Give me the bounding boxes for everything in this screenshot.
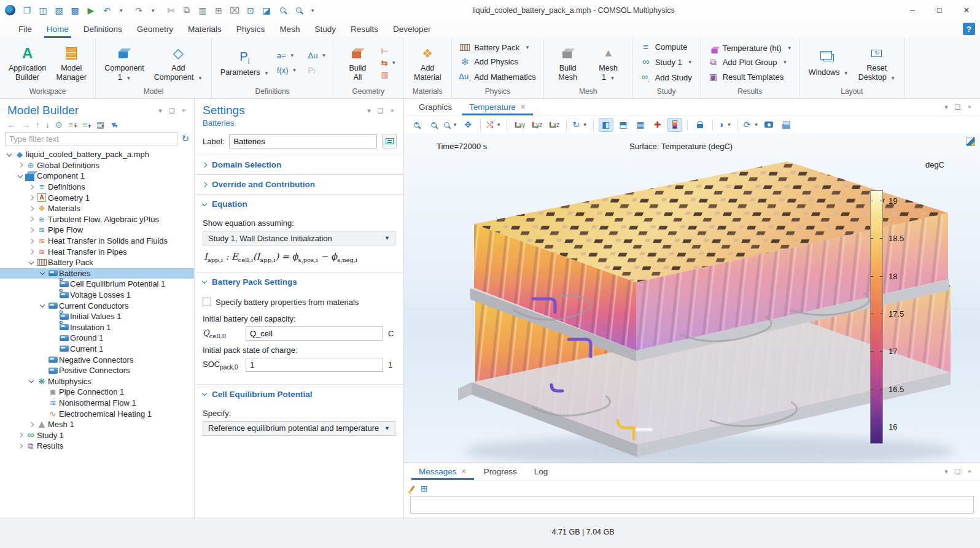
caret-down-button[interactable]: ▾: [115, 3, 130, 18]
ribbon-small-delta-u[interactable]: Δu▼: [306, 50, 329, 61]
menu-tab-file[interactable]: File: [11, 20, 39, 38]
expander-closed[interactable]: [27, 207, 36, 210]
messages-output[interactable]: [410, 496, 974, 514]
expander-closed[interactable]: [16, 163, 25, 167]
ribbon-small-a-eq[interactable]: a=▼: [275, 50, 299, 61]
save-preview-button[interactable]: ▩: [68, 3, 82, 18]
ribbon-button-reset-desktop[interactable]: ↻ResetDesktop ▼: [855, 41, 899, 85]
tree-node-current-1[interactable]: Current 1: [0, 344, 194, 355]
color-legend-button[interactable]: [667, 118, 682, 132]
tree-node-current-conductors[interactable]: Current Conductors: [0, 300, 194, 311]
duplicate-button[interactable]: ⊞: [211, 3, 226, 18]
collapse-list-icon[interactable]: ≡↓▾: [82, 120, 91, 129]
tree-node-definitions[interactable]: ≡Definitions: [0, 182, 194, 193]
graphics-tab-temperature[interactable]: Temperature✕: [461, 99, 534, 115]
new-file-button[interactable]: ❐: [20, 3, 34, 18]
find-button[interactable]: [275, 3, 290, 18]
ribbon-button-component-1[interactable]: Component1 ▼: [101, 41, 148, 85]
view-yz-button[interactable]: yz: [529, 118, 544, 132]
close-button[interactable]: ✕: [953, 1, 980, 20]
expand-list-icon[interactable]: ≡↑▾: [68, 120, 77, 129]
ribbon-button-result-templates[interactable]: ▣Result Templates: [706, 71, 795, 83]
ribbon-button-windows[interactable]: Windows ▼: [805, 45, 852, 80]
grid-button[interactable]: ▦: [633, 118, 648, 132]
expander-closed[interactable]: [27, 228, 36, 232]
environment-button[interactable]: ◑▼: [718, 118, 733, 132]
ribbon-button-temperature-ht-[interactable]: Temperature (ht)▼: [706, 42, 795, 54]
zoom-out-button[interactable]: −: [426, 118, 441, 132]
expander-closed[interactable]: [27, 217, 36, 221]
clear-selection-button[interactable]: ◪: [259, 3, 274, 18]
scene-light-button[interactable]: ⬒: [616, 118, 631, 132]
tree-node-pipe-connection-1[interactable]: ◙Pipe Connection 1: [0, 387, 194, 398]
close-tab-icon[interactable]: ✕: [520, 103, 526, 111]
menu-tab-definitions[interactable]: Definitions: [76, 20, 130, 38]
tree-node-nonisothermal-flow-1[interactable]: ≋Nonisothermal Flow 1: [0, 398, 194, 409]
expander-closed[interactable]: [16, 433, 25, 437]
menu-tab-mesh[interactable]: Mesh: [272, 20, 307, 38]
ribbon-button-mesh-1[interactable]: ▲Mesh1 ▼: [589, 41, 628, 85]
soc-input[interactable]: [246, 358, 383, 372]
messages-tab-messages[interactable]: Messages✕: [410, 463, 475, 480]
ribbon-small-geom-rebuild[interactable]: ⇆▼: [379, 58, 398, 68]
zoom-in-button[interactable]: +: [409, 118, 424, 132]
run-button[interactable]: ▶: [84, 3, 98, 18]
capacity-input[interactable]: [246, 326, 383, 341]
update-plot-button[interactable]: ⟳▼: [743, 118, 760, 132]
arrow-left-icon[interactable]: ←: [7, 120, 16, 129]
transparency-button[interactable]: ◧: [599, 118, 613, 132]
panel-window-icons[interactable]: ▾ ❑ ⌖: [944, 468, 974, 476]
help-button[interactable]: ?: [963, 23, 975, 35]
section-battery-pack-settings[interactable]: Battery Pack Settings: [195, 272, 403, 291]
menu-tab-results[interactable]: Results: [343, 20, 386, 38]
tree-node-insulation-1[interactable]: Insulation 1: [0, 322, 194, 333]
expander-open[interactable]: [38, 272, 47, 274]
select-frame-button[interactable]: ⊡: [243, 3, 258, 18]
tree-node-results[interactable]: ⧉Results: [0, 441, 194, 452]
open-file-button[interactable]: ◫: [36, 3, 50, 18]
undo-button[interactable]: ↶: [99, 3, 114, 18]
print-button[interactable]: [779, 118, 793, 132]
tree-node-heat-transfer-in-solids-and-fluids[interactable]: ≋Heat Transfer in Solids and Fluids: [0, 236, 194, 247]
tree-node-heat-transfer-in-pipes[interactable]: ≋Heat Transfer in Pipes: [0, 246, 194, 257]
expander-open[interactable]: [5, 153, 14, 156]
ribbon-button-add-plot-group[interactable]: ⧉Add Plot Group▼: [706, 56, 795, 69]
menu-tab-geometry[interactable]: Geometry: [130, 20, 181, 38]
rotate-button[interactable]: ↻▼: [572, 118, 588, 132]
equation-assumption-dropdown[interactable]: Study 1, Wall Distance Initialization▼: [203, 231, 395, 245]
panel-window-icons[interactable]: ▾ ❑ ⌖: [158, 107, 188, 115]
plot-settings-icon[interactable]: [966, 137, 975, 146]
menu-tab-study[interactable]: Study: [307, 20, 343, 38]
expander-open[interactable]: [27, 380, 36, 382]
copy-button[interactable]: ⧉: [179, 3, 194, 18]
ribbon-button-add-physics[interactable]: ✻Add Physics: [457, 55, 538, 69]
tree-node-initial-values-1[interactable]: Initial Values 1: [0, 311, 194, 322]
minimize-button[interactable]: –: [899, 1, 926, 20]
tree-node-electrochemical-heating-1[interactable]: ∿Electrochemical Heating 1: [0, 408, 194, 419]
arrow-right-icon[interactable]: →: [21, 120, 30, 129]
ribbon-button-build-all[interactable]: BuildAll: [338, 41, 376, 84]
arrow-down-icon[interactable]: ↓: [45, 120, 50, 129]
paste-button[interactable]: ▥: [195, 3, 210, 18]
ribbon-button-model-manager[interactable]: ModelManager: [52, 41, 90, 84]
expander-closed[interactable]: [27, 185, 36, 189]
caret-down-button[interactable]: ▾: [147, 3, 162, 18]
section-domain-selection[interactable]: Domain Selection: [195, 155, 403, 174]
specify-from-materials-checkbox[interactable]: [203, 298, 211, 306]
ribbon-button-build-mesh[interactable]: BuildMesh: [549, 41, 587, 84]
tree-node-ground-1[interactable]: Ground 1: [0, 333, 194, 344]
label-input[interactable]: [229, 134, 377, 149]
tree-node-turbulent-flow-algebraic-yplus[interactable]: ≋Turbulent Flow, Algebraic yPlus: [0, 214, 194, 225]
columns-icon[interactable]: ▤▾: [96, 120, 104, 129]
tree-node-component-1[interactable]: Component 1: [0, 171, 194, 182]
expander-closed[interactable]: [27, 239, 36, 243]
ribbon-button-study-1[interactable]: ∞Study 1▼: [638, 55, 695, 69]
redo-button[interactable]: ↷: [131, 3, 146, 18]
tree-node-cell-equilibrium-potential-1[interactable]: Cell Equilibrium Potential 1: [0, 279, 194, 290]
tree-node-voltage-losses-1[interactable]: Voltage Losses 1: [0, 290, 194, 301]
tree-node-multiphysics[interactable]: ❋Multiphysics: [0, 376, 194, 387]
menu-tab-developer[interactable]: Developer: [386, 20, 438, 38]
expander-open[interactable]: [38, 304, 47, 307]
graphics-tab-graphics[interactable]: Graphics: [410, 99, 461, 115]
menu-tab-materials[interactable]: Materials: [181, 20, 229, 38]
